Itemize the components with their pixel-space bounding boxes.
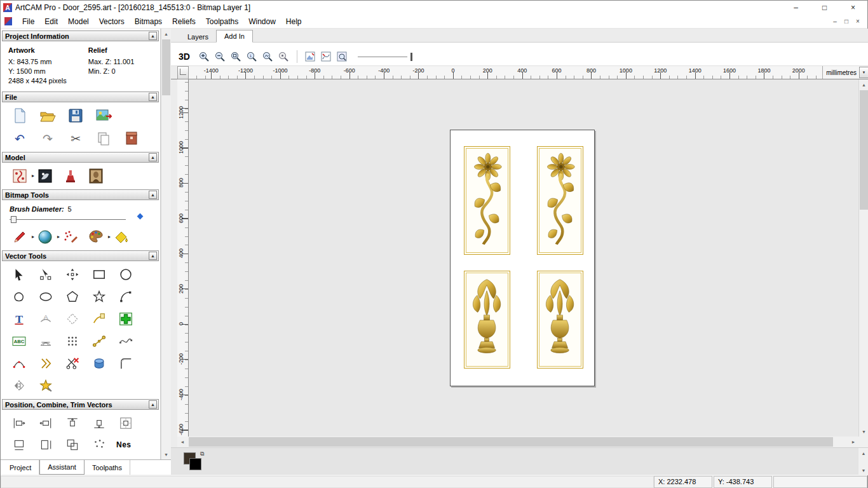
transform-tool[interactable] [63, 266, 82, 283]
node-editing-tool[interactable] [36, 266, 55, 283]
create-diamond-tool[interactable] [63, 310, 82, 328]
swap-colors-icon[interactable]: ⧉ [200, 451, 204, 458]
slider-handle-icon[interactable] [11, 216, 17, 223]
size-height-tool[interactable] [36, 436, 55, 454]
scroll-up-icon[interactable]: ▲ [858, 448, 868, 458]
minimize-button[interactable]: – [782, 1, 810, 15]
select-tool[interactable] [10, 266, 29, 283]
toggle-bitmap-view-button[interactable] [302, 49, 318, 64]
align-bottom-tool[interactable] [90, 414, 109, 432]
center-in-page-tool[interactable] [116, 414, 135, 432]
zoom-objects-button[interactable] [276, 49, 291, 64]
scrollbar-thumb[interactable] [860, 90, 868, 210]
section-header-position-combine-trim[interactable]: Position, Combine, Trim Vectors ▲ [2, 399, 159, 410]
trim-vectors-tool[interactable] [63, 355, 82, 372]
canvas-viewport[interactable] [189, 79, 858, 437]
collapse-icon[interactable]: ▲ [149, 191, 157, 199]
brush-diameter-slider[interactable] [10, 214, 151, 224]
lighting-material-icon[interactable] [36, 167, 54, 185]
mirror-vectors-tool[interactable] [10, 377, 29, 395]
create-rectangle-tool[interactable] [90, 266, 109, 283]
collapse-icon[interactable]: ▲ [149, 252, 157, 260]
zoom-in-button[interactable] [196, 49, 212, 64]
section-header-vector-tools[interactable]: Vector Tools ▲ [2, 250, 159, 261]
ornament-panel-top-left[interactable] [464, 146, 510, 255]
menu-item[interactable]: Reliefs [167, 15, 201, 28]
create-ellipse-tool[interactable] [36, 288, 55, 306]
mdi-minimize-button[interactable]: – [829, 17, 841, 26]
menu-item[interactable]: Edit [39, 15, 63, 28]
set-model-size-icon[interactable] [11, 167, 29, 185]
menu-item[interactable]: Bitmaps [130, 15, 167, 28]
view-3d-button[interactable]: 3D [179, 51, 190, 62]
palette-icon[interactable] [87, 228, 105, 246]
chevron-down-icon[interactable]: ▼ [859, 67, 868, 78]
menu-item[interactable]: Toolpaths [201, 15, 243, 28]
align-left-tool[interactable] [10, 414, 29, 432]
scroll-down-icon[interactable]: ▼ [161, 449, 171, 459]
toggle-vector-view-button[interactable] [318, 49, 334, 64]
combine-vectors-tool[interactable] [63, 436, 82, 454]
zoom-fit-button[interactable] [260, 49, 275, 64]
paste-along-curve-tool[interactable] [90, 310, 109, 328]
canvas-vertical-scrollbar[interactable]: ▲ ▼ [858, 79, 868, 437]
scatter-tool[interactable] [90, 436, 109, 454]
create-star-tool[interactable] [90, 288, 109, 306]
draw-pencil-icon[interactable] [11, 228, 29, 246]
splitter-strip[interactable] [171, 79, 177, 437]
menu-item[interactable]: Vectors [94, 15, 130, 28]
section-header-model[interactable]: Model ▲ [2, 152, 159, 163]
zoom-box-button[interactable] [228, 49, 243, 64]
wrap-dome-tool[interactable] [36, 332, 55, 350]
collapse-icon[interactable]: ▲ [149, 400, 157, 409]
package-icon[interactable] [123, 130, 140, 147]
flood-fill-icon[interactable] [112, 228, 130, 246]
create-circle-tool[interactable] [116, 266, 135, 283]
measure-tool[interactable] [90, 332, 109, 350]
menu-item[interactable]: File [17, 15, 39, 28]
scroll-up-icon[interactable]: ▲ [161, 29, 171, 39]
slider-handle-icon[interactable] [410, 53, 412, 61]
wrap-text-tool[interactable]: A [36, 310, 55, 328]
align-top-tool[interactable] [63, 414, 82, 432]
save-model-icon[interactable] [67, 107, 85, 125]
model-page[interactable] [450, 130, 595, 386]
scroll-left-icon[interactable]: ◄ [177, 437, 187, 447]
scrollbar-thumb[interactable] [189, 437, 833, 447]
arc-through-points-tool[interactable] [10, 355, 29, 372]
scrollbar-thumb[interactable] [162, 39, 170, 95]
ornament-panel-bottom-right[interactable] [537, 271, 583, 369]
new-model-icon[interactable] [11, 107, 29, 125]
ornament-panel-top-right[interactable] [537, 146, 583, 255]
section-header-file[interactable]: File ▲ [2, 92, 159, 102]
add-clipart-tool[interactable] [116, 310, 135, 328]
create-text-tool[interactable]: T [10, 310, 29, 328]
menu-item[interactable]: Model [63, 15, 94, 28]
scroll-up-icon[interactable]: ▲ [859, 79, 868, 90]
tab-toolpaths[interactable]: Toolpaths [85, 460, 130, 475]
paste-icon[interactable] [95, 130, 112, 147]
zoom-out-button[interactable] [212, 49, 227, 64]
paint-sphere-icon[interactable] [36, 228, 54, 246]
fillet-tool[interactable] [116, 355, 135, 372]
vector-wizard-tool[interactable] [36, 377, 55, 395]
tab-layers[interactable]: Layers [180, 31, 216, 43]
canvas-horizontal-scrollbar[interactable]: ◄ ► [177, 437, 858, 447]
create-arc-tool[interactable] [116, 288, 135, 306]
menu-item[interactable]: Help [281, 15, 307, 28]
menu-item[interactable]: Window [243, 15, 281, 28]
units-dropdown[interactable]: millimetres ▼ [822, 66, 868, 79]
swatch-scrollbar[interactable]: ▲ ▼ [858, 448, 868, 475]
collapse-icon[interactable]: ▲ [149, 32, 157, 40]
close-button[interactable]: × [839, 1, 867, 15]
create-polygon-tool[interactable] [63, 288, 82, 306]
maximize-button[interactable]: □ [810, 1, 839, 15]
import-icon[interactable] [95, 107, 112, 125]
scroll-right-icon[interactable]: ► [848, 437, 858, 447]
cut-icon[interactable]: ✂ [67, 133, 85, 145]
vector-lathe-tool[interactable] [90, 355, 109, 372]
nest-tool-label[interactable]: Nes [116, 440, 143, 449]
zoom-1to1-button[interactable]: 1 [244, 49, 259, 64]
ornament-panel-bottom-left[interactable] [464, 271, 510, 369]
fit-vectors-tool[interactable] [116, 332, 135, 350]
